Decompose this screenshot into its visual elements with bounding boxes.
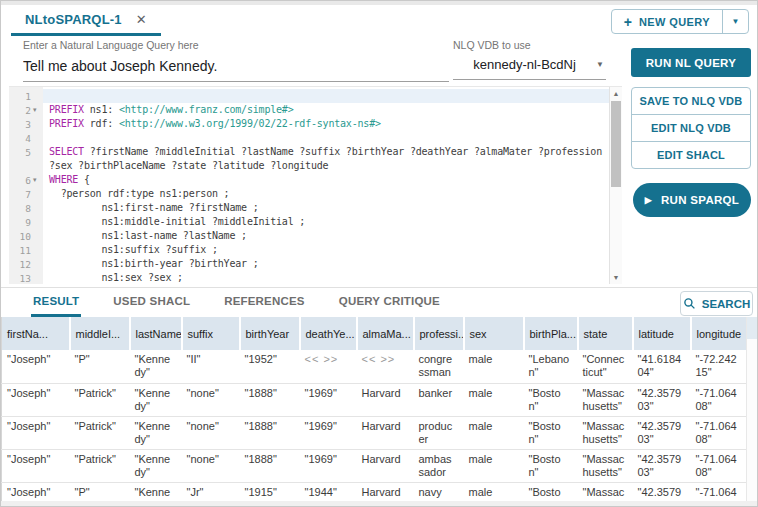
table-cell: "-71.06408" — [691, 416, 747, 449]
search-icon — [683, 297, 696, 310]
column-header[interactable]: sex — [464, 317, 524, 350]
plus-icon: + — [624, 14, 632, 30]
tab-label: NLtoSPARQL-1 — [25, 12, 122, 27]
code-text: ?person rdf:type ns1:person ; — [43, 187, 609, 201]
table-cell: male — [464, 350, 524, 383]
table-cell: "Kennedy" — [130, 416, 182, 449]
nlq-vdb-select[interactable]: NLQ VDB to use kennedy-nl-BcdNj ▼ — [453, 39, 606, 80]
result-table-wrap: firstNa...middleI...lastNamesuffixbirthY… — [1, 317, 746, 507]
column-header[interactable]: middleI... — [70, 317, 130, 350]
sparql-editor[interactable]: 12▾PREFIX ns1: <http://www.franz.com/sim… — [9, 86, 622, 284]
code-line: 2▾PREFIX ns1: <http://www.franz.com/simp… — [9, 103, 609, 117]
line-number: 3 — [9, 117, 43, 131]
editor-scrollbar[interactable]: ▲ ▼ — [609, 87, 622, 284]
table-cell: "Patrick" — [70, 449, 130, 482]
line-number: 13 — [9, 271, 43, 284]
table-cell: Harvard — [357, 383, 414, 416]
column-header[interactable]: state — [578, 317, 633, 350]
code-line: 5SELECT ?firstName ?middleInitial ?lastN… — [9, 145, 609, 159]
code-line: 8 ns1:first-name ?firstName ; — [9, 201, 609, 215]
column-header[interactable]: firstNa... — [2, 317, 70, 350]
fold-icon[interactable]: ▾ — [33, 176, 37, 184]
table-cell: "-71.06408" — [691, 383, 747, 416]
nltosparql-app: NLtoSPARQL-1 ✕ + NEW QUERY ▼ Enter a Nat… — [0, 0, 758, 507]
code-line: 4 — [9, 131, 609, 145]
table-cell: male — [464, 416, 524, 449]
table-row[interactable]: "Joseph""P""Kennedy""II""1952"<< >><< >>… — [2, 350, 747, 383]
table-cell: << >> — [300, 350, 357, 383]
table-row[interactable]: "Joseph""Patrick""Kennedy""none""1888""1… — [2, 383, 747, 416]
tab-used-shacl[interactable]: USED SHACL — [111, 288, 192, 317]
table-cell: "42.357903" — [633, 383, 691, 416]
edit-nlq-vdb-button[interactable]: EDIT NLQ VDB — [631, 114, 751, 142]
table-cell: "none" — [182, 416, 240, 449]
code-text: PREFIX ns1: <http://www.franz.com/simple… — [43, 103, 609, 117]
new-query-button[interactable]: + NEW QUERY — [612, 10, 722, 33]
nl-query-input[interactable] — [23, 58, 449, 82]
run-sparql-button[interactable]: ▶ RUN SPARQL — [633, 183, 751, 217]
table-cell: "Patrick" — [70, 383, 130, 416]
result-table-body: "Joseph""P""Kennedy""II""1952"<< >><< >>… — [2, 350, 747, 507]
code-line: 1 — [9, 89, 609, 103]
table-cell: "Massachusetts" — [578, 383, 633, 416]
new-query-label: NEW QUERY — [639, 16, 710, 28]
table-row[interactable]: "Joseph""Patrick""Kennedy""none""1888""1… — [2, 449, 747, 482]
result-table-header-row: firstNa...middleI...lastNamesuffixbirthY… — [2, 317, 747, 350]
table-cell: ambassador — [414, 449, 464, 482]
table-cell: "Joseph" — [2, 449, 70, 482]
table-cell: "-71.06408" — [691, 449, 747, 482]
column-header[interactable]: lastName — [130, 317, 182, 350]
tab-result[interactable]: RESULT — [31, 288, 81, 317]
line-number: 11 — [9, 243, 43, 257]
table-cell: "Connecticut" — [578, 350, 633, 383]
line-number: 12 — [9, 257, 43, 271]
new-query-dropdown-button[interactable]: ▼ — [722, 10, 748, 33]
line-number: 8 — [9, 201, 43, 215]
table-cell: banker — [414, 383, 464, 416]
chevron-down-icon: ▼ — [732, 17, 740, 26]
table-cell: "Kennedy" — [130, 383, 182, 416]
column-header[interactable]: birthPla... — [524, 317, 578, 350]
line-number: 6▾ — [9, 173, 43, 187]
column-header[interactable]: deathYe... — [300, 317, 357, 350]
nl-query-field-group: Enter a Natural Language Query here — [23, 39, 449, 82]
tab-references[interactable]: REFERENCES — [222, 288, 307, 317]
table-cell: "1888" — [240, 416, 300, 449]
table-scrollbar[interactable] — [746, 317, 758, 507]
table-cell: congressman — [414, 350, 464, 383]
close-icon[interactable]: ✕ — [136, 13, 147, 26]
edit-shacl-button[interactable]: EDIT SHACL — [631, 141, 751, 169]
table-cell: "Kennedy" — [130, 449, 182, 482]
code-text: ns1:last-name ?lastName ; — [43, 229, 609, 243]
column-header[interactable]: longitude — [691, 317, 747, 350]
scroll-up-icon[interactable]: ▲ — [610, 87, 622, 100]
table-cell: "Massachusetts" — [578, 449, 633, 482]
code-text — [43, 131, 609, 145]
column-header[interactable]: almaMa... — [357, 317, 414, 350]
nlq-vdb-value: kennedy-nl-BcdNj — [453, 57, 596, 72]
line-number: 1 — [9, 89, 43, 103]
table-cell: "Boston" — [524, 383, 578, 416]
line-number — [9, 159, 43, 173]
fold-icon[interactable]: ▾ — [33, 106, 37, 114]
line-number: 4 — [9, 131, 43, 145]
code-line: 10 ns1:last-name ?lastName ; — [9, 229, 609, 243]
column-header[interactable]: birthYear — [240, 317, 300, 350]
column-header[interactable]: latitude — [633, 317, 691, 350]
tab-nltosparql-1[interactable]: NLtoSPARQL-1 ✕ — [11, 5, 161, 36]
table-cell: producer — [414, 416, 464, 449]
run-nl-query-button[interactable]: RUN NL QUERY — [631, 48, 751, 77]
table-row[interactable]: "Joseph""Patrick""Kennedy""none""1888""1… — [2, 416, 747, 449]
search-button[interactable]: SEARCH — [680, 291, 753, 316]
code-text: ns1:sex ?sex ; — [43, 271, 609, 284]
column-header[interactable]: professi... — [414, 317, 464, 350]
table-cell: "42.357903" — [633, 449, 691, 482]
table-cell: Harvard — [357, 449, 414, 482]
column-header[interactable]: suffix — [182, 317, 240, 350]
tab-query-critique[interactable]: QUERY CRITIQUE — [337, 288, 442, 317]
save-to-nlq-vdb-button[interactable]: SAVE TO NLQ VDB — [631, 87, 751, 115]
nl-query-label: Enter a Natural Language Query here — [23, 39, 449, 51]
table-cell: << >> — [357, 350, 414, 383]
scroll-down-icon[interactable]: ▼ — [610, 271, 622, 284]
scrollbar-thumb[interactable] — [611, 101, 621, 187]
